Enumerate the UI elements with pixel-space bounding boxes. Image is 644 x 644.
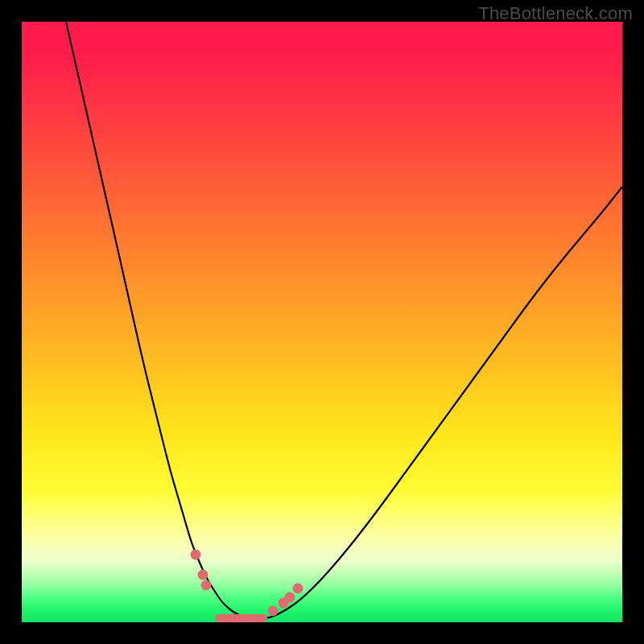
marker-dot (293, 584, 303, 594)
curve-left (66, 22, 246, 618)
plot-area (22, 22, 622, 622)
curve-right (263, 187, 622, 618)
watermark-text: TheBottleneck.com (478, 3, 633, 24)
curves-svg (22, 22, 622, 622)
marker-dot (268, 606, 279, 617)
chart-frame: TheBottleneck.com (0, 0, 644, 644)
marker-dot (198, 570, 208, 580)
marker-dots (191, 550, 303, 617)
marker-dot (201, 580, 212, 591)
marker-dot (191, 550, 201, 560)
marker-dot (285, 592, 295, 603)
